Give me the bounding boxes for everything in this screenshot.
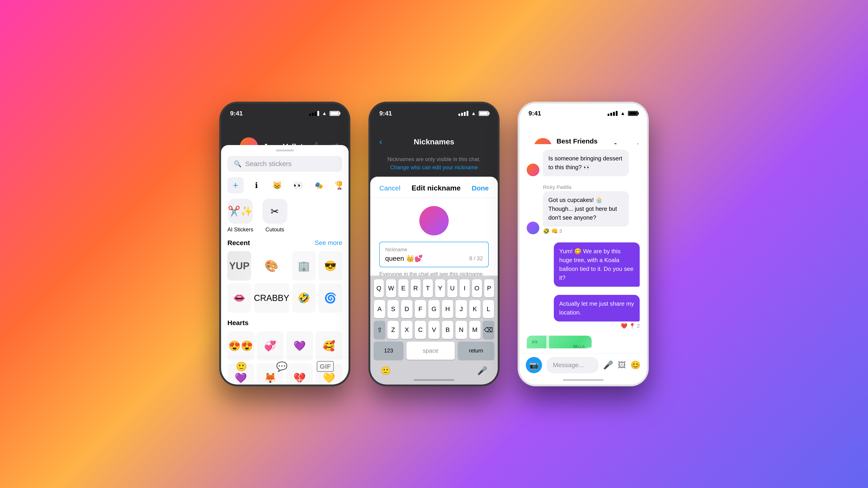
key-W[interactable]: W: [386, 279, 396, 297]
key-Q[interactable]: Q: [374, 279, 384, 297]
map-label-0: JFK: [531, 340, 538, 344]
sticker-cell-3[interactable]: 😎: [318, 251, 342, 281]
sticker-search-input[interactable]: Search stickers: [245, 160, 291, 168]
key-R[interactable]: R: [411, 279, 421, 297]
msg-reactions-3: ❤️ 📍 2: [554, 323, 640, 329]
emoji-tab[interactable]: 🙂: [236, 361, 247, 372]
phone3-screen: 9:41 ▲ ‹ Best Friends You are shari: [520, 103, 647, 385]
sticker-cell-2[interactable]: 🏢: [292, 251, 316, 281]
key-I[interactable]: I: [460, 279, 469, 297]
key-V[interactable]: V: [428, 321, 440, 339]
key-M[interactable]: M: [469, 321, 480, 339]
phone2-screen: 9:41 ▲ ‹ Nicknames Nicknames are only: [370, 103, 498, 385]
message-row-3: Actually let me just share my location. …: [527, 295, 640, 329]
key-O[interactable]: O: [472, 279, 482, 297]
key-123[interactable]: 123: [374, 341, 403, 360]
hearts-sticker-2[interactable]: 💜: [286, 331, 313, 361]
signal-icon-p2: [458, 111, 468, 116]
image-icon[interactable]: 🖼: [618, 360, 626, 370]
cutouts-item[interactable]: ✂ Cutouts: [262, 199, 287, 233]
key-H[interactable]: H: [442, 300, 453, 318]
hearts-sticker-0[interactable]: 😍😍: [227, 331, 254, 361]
mic-icon[interactable]: 🎤: [603, 360, 613, 370]
emoji-keyboard-icon[interactable]: 🙂: [381, 366, 391, 376]
key-L[interactable]: L: [483, 300, 494, 318]
sticker-cell-0[interactable]: YUP: [227, 251, 251, 281]
home-indicator-p3: [563, 379, 603, 381]
message-input[interactable]: Message...: [547, 357, 598, 373]
key-A[interactable]: A: [374, 300, 385, 318]
message-row-0: Is someone bringing dessert to this thin…: [527, 150, 640, 176]
recent-title: Recent: [227, 239, 250, 247]
modal-header: Cancel Edit nickname Done: [370, 177, 498, 198]
mic-keyboard-icon[interactable]: 🎤: [477, 366, 487, 376]
back-button-p2[interactable]: ‹: [379, 137, 382, 147]
recent-see-more[interactable]: See more: [315, 239, 342, 247]
key-B[interactable]: B: [442, 321, 453, 339]
sticker-search-bar[interactable]: 🔍 Search stickers: [227, 156, 342, 172]
keyboard-row-4: 123 space return: [374, 341, 494, 360]
sticker-cell-4[interactable]: 👄: [227, 283, 251, 313]
key-X[interactable]: X: [401, 321, 412, 339]
sticker-cell-5[interactable]: CRABBY: [254, 283, 289, 313]
sticker-tab-1[interactable]: 😸: [269, 177, 285, 193]
msg-text-1: Got us cupcakes! 🧁 Though... just got he…: [543, 191, 629, 227]
ai-stickers-section: ✂️✨ AI Stickers ✂ Cutouts: [227, 199, 342, 233]
key-delete[interactable]: ⌫: [483, 321, 494, 339]
key-space[interactable]: space: [406, 341, 455, 360]
key-S[interactable]: S: [388, 300, 399, 318]
key-F[interactable]: F: [415, 300, 426, 318]
cutouts-btn[interactable]: ✂: [262, 199, 287, 224]
status-icons-p2: ▲: [458, 110, 489, 116]
sticker-tab-4[interactable]: 🏆: [331, 177, 342, 193]
messages-list: Is someone bringing dessert to this thin…: [520, 144, 647, 348]
key-N[interactable]: N: [456, 321, 467, 339]
stickers-tab[interactable]: 💬: [276, 361, 287, 372]
key-Y[interactable]: Y: [435, 279, 445, 297]
key-shift[interactable]: ⇧: [374, 321, 385, 339]
key-J[interactable]: J: [456, 300, 467, 318]
msg-text-2: Yum! 😋 We are by this huge tree, with a …: [554, 242, 640, 287]
key-K[interactable]: K: [469, 300, 480, 318]
sticker-cell-6[interactable]: 🤣: [292, 283, 316, 313]
hearts-sticker-3[interactable]: 🥰: [315, 331, 342, 361]
sticker-tab-add[interactable]: +: [227, 177, 244, 193]
msg-text-0: Is someone bringing dessert to this thin…: [543, 150, 629, 176]
key-D[interactable]: D: [401, 300, 412, 318]
nickname-value[interactable]: queen 👑💕: [385, 254, 423, 262]
key-U[interactable]: U: [447, 279, 457, 297]
map-preview: JFK BELLS Hippie Hill KEARNY: [527, 336, 592, 348]
key-G[interactable]: G: [428, 300, 440, 318]
sticker-tab-3[interactable]: 🎭: [311, 177, 327, 193]
camera-button[interactable]: 📷: [526, 357, 542, 373]
sticker-tab-2[interactable]: 👀: [290, 177, 306, 193]
recent-section-header: Recent See more: [227, 239, 342, 247]
sticker-category-tabs: + ℹ 😸 👀 🎭 🏆 ❤️ 📦: [227, 177, 342, 193]
ai-stickers-btn[interactable]: ✂️✨: [228, 199, 253, 224]
change-nickname-link[interactable]: Change who can edit your nickname: [390, 164, 478, 170]
nicknames-subtitle: Nicknames are only visible in this chat.…: [370, 152, 498, 177]
key-P[interactable]: P: [484, 279, 494, 297]
gif-tab[interactable]: GIF: [317, 361, 334, 372]
key-return[interactable]: return: [458, 341, 494, 360]
key-Z[interactable]: Z: [388, 321, 399, 339]
phone-chat: 9:41 ▲ ‹ Best Friends You are shari: [518, 102, 649, 386]
key-C[interactable]: C: [415, 321, 426, 339]
sticker-cell-7[interactable]: 🌀: [318, 283, 342, 313]
status-icons-p3: ▲: [608, 110, 638, 116]
location-bubble[interactable]: JFK BELLS Hippie Hill KEARNY Live locati…: [527, 335, 592, 348]
sticker-tab-0[interactable]: ℹ: [248, 177, 265, 193]
sticker-cell-1[interactable]: 🎨: [254, 251, 289, 281]
keyboard-row-3: ⇧ Z X C V B N M ⌫: [374, 321, 494, 339]
key-T[interactable]: T: [423, 279, 433, 297]
nickname-input-field[interactable]: Nickname queen 👑💕 8 / 32: [379, 242, 489, 267]
ai-stickers-item[interactable]: ✂️✨ AI Stickers: [227, 199, 253, 233]
modal-done-button[interactable]: Done: [472, 184, 489, 192]
modal-cancel-button[interactable]: Cancel: [379, 184, 400, 192]
sticker-icon[interactable]: 😊: [630, 360, 641, 370]
phone-nicknames: 9:41 ▲ ‹ Nicknames Nicknames are only: [368, 102, 500, 386]
drag-indicator: [276, 150, 294, 151]
hearts-sticker-1[interactable]: 💞: [257, 331, 283, 361]
field-row: queen 👑💕 8 / 32: [385, 254, 483, 262]
key-E[interactable]: E: [398, 279, 408, 297]
